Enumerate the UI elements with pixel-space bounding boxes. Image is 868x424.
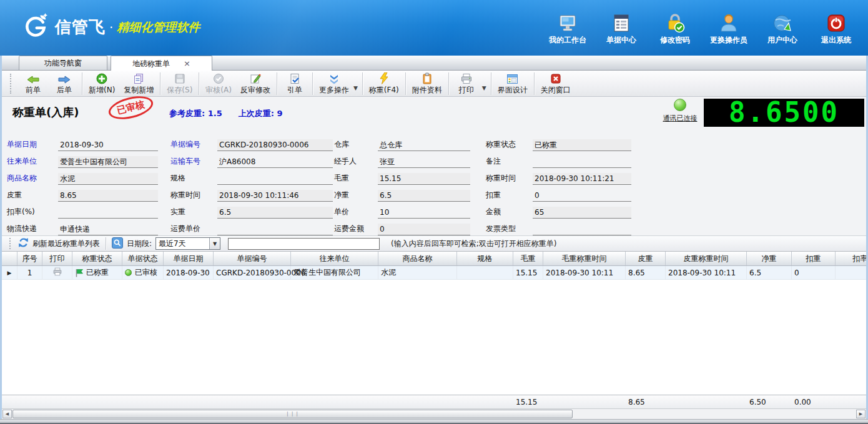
column-header[interactable]: 序号 xyxy=(17,252,42,265)
handler-field[interactable]: 张亚 xyxy=(378,156,470,168)
prev-doc-button[interactable]: 前单 xyxy=(17,71,49,96)
column-header[interactable]: 皮重 xyxy=(626,252,666,265)
toolbar-separator xyxy=(199,72,199,95)
invoice-type-field[interactable] xyxy=(533,224,631,235)
ui-design-button[interactable]: 界面设计 xyxy=(493,71,532,96)
toolbar-separator xyxy=(534,72,535,95)
nav-document-center[interactable]: 单据中心 xyxy=(594,11,648,46)
column-header[interactable]: 打印 xyxy=(42,252,72,265)
weigh-status-field[interactable]: 已称重 xyxy=(533,139,631,151)
grid-summary-row: 15.15 8.65 6.50 0.00 xyxy=(2,395,866,408)
audit-button[interactable]: 审核(A) xyxy=(201,71,236,96)
column-header[interactable] xyxy=(2,252,17,265)
save-icon xyxy=(174,72,185,84)
amount-field[interactable]: 65 xyxy=(533,207,631,219)
cell-tare-time: 2018-09-30 10:11 xyxy=(666,266,747,279)
unaudit-button[interactable]: 反审修改 xyxy=(236,71,275,96)
column-header[interactable]: 规格 xyxy=(457,252,513,265)
scroll-right-icon[interactable]: ▶ xyxy=(856,410,866,418)
column-header[interactable]: 称重状态 xyxy=(72,252,122,265)
column-header[interactable]: 皮重称重时间 xyxy=(666,252,747,265)
weigh-button[interactable]: 称重(F4) xyxy=(365,71,403,96)
more-actions-button[interactable]: 更多操作 xyxy=(315,71,353,96)
edit-pencil-icon xyxy=(250,72,261,84)
add-icon xyxy=(96,72,107,84)
spec-field[interactable] xyxy=(217,173,333,185)
refresh-list-button[interactable]: 刷新最近称重单列表 xyxy=(18,237,100,250)
tab-function-nav[interactable]: 功能导航窗 xyxy=(19,56,107,70)
deduction-rate-field[interactable] xyxy=(58,207,158,219)
partner-field[interactable]: 爱普生中国有限公司 xyxy=(58,156,158,168)
doc-date-field[interactable]: 2018-09-30 xyxy=(58,139,158,151)
attachment-button[interactable]: 附件资料 xyxy=(408,71,446,96)
column-header[interactable]: 商品名称 xyxy=(378,252,457,265)
deduct-weight-field[interactable]: 0 xyxy=(533,190,631,202)
brand-logo-icon xyxy=(21,12,49,42)
gross-weight-field[interactable]: 15.15 xyxy=(378,173,470,185)
green-ball-icon xyxy=(125,269,132,276)
copy-new-button[interactable]: 复制新增 xyxy=(119,71,158,96)
field-label: 经手人 xyxy=(334,156,378,168)
field-label: 扣重 xyxy=(486,190,533,202)
page-title: 称重单(入库) xyxy=(12,105,79,120)
scrollbar-grip: ❘❘❘ xyxy=(285,412,300,417)
column-header[interactable]: 往来单位 xyxy=(291,252,378,265)
column-header[interactable]: 扣重 xyxy=(792,252,836,265)
form-column-3: 仓库总仓库 经手人张亚 毛重15.15 净重6.5 单价10 运费金额0 xyxy=(334,134,470,235)
nav-label: 用户中心 xyxy=(767,36,797,44)
field-label: 单据日期 xyxy=(7,139,58,151)
tare-field[interactable]: 8.65 xyxy=(58,190,158,202)
column-header[interactable]: 单据日期 xyxy=(164,252,214,265)
dropdown-arrow-icon[interactable]: ▼ xyxy=(482,85,486,91)
nav-exit-system[interactable]: 退出系统 xyxy=(809,11,863,46)
product-field[interactable]: 水泥 xyxy=(58,173,158,185)
tare-weigh-time-field[interactable]: 2018-09-30 10:11:46 xyxy=(217,190,333,202)
cell-print[interactable] xyxy=(42,266,72,279)
column-header[interactable]: 毛重称重时间 xyxy=(543,252,626,265)
date-range-select[interactable]: 最近7天 ▼ xyxy=(155,237,220,250)
gross-weigh-time-field[interactable]: 2018-09-30 10:11:21 xyxy=(533,173,631,185)
remark-field[interactable] xyxy=(533,156,631,168)
actual-weight-field[interactable]: 6.5 xyxy=(217,207,333,219)
pull-doc-button[interactable]: 引单 xyxy=(279,71,310,96)
column-header[interactable]: 扣率 xyxy=(836,252,866,265)
logistics-field[interactable]: 申通快递 xyxy=(58,224,158,235)
dropdown-arrow-icon[interactable]: ▼ xyxy=(353,85,358,91)
column-header[interactable]: 单据编号 xyxy=(214,252,291,265)
copy-icon xyxy=(133,72,144,84)
column-header[interactable]: 单据状态 xyxy=(122,252,164,265)
scrollbar-thumb[interactable]: ❘❘❘ xyxy=(12,410,573,418)
field-label: 称重时间 xyxy=(170,190,217,202)
warehouse-field[interactable]: 总仓库 xyxy=(378,139,470,151)
nav-change-password[interactable]: 修改密码 xyxy=(648,11,702,46)
nav-switch-operator[interactable]: 更换操作员 xyxy=(702,11,756,46)
freight-amount-field[interactable]: 0 xyxy=(378,224,470,235)
add-new-button[interactable]: 新增(N) xyxy=(84,71,119,96)
column-header[interactable]: 毛重 xyxy=(513,252,543,265)
tab-close-icon[interactable]: × xyxy=(184,59,190,67)
print-button[interactable]: 打印 xyxy=(451,71,482,96)
column-header[interactable]: 净重 xyxy=(747,252,792,265)
next-doc-button[interactable]: 后单 xyxy=(49,71,80,96)
net-weight-field[interactable]: 6.5 xyxy=(378,190,470,202)
connection-indicator-icon xyxy=(674,99,686,111)
freight-price-field[interactable] xyxy=(217,224,333,235)
scroll-left-icon[interactable]: ◀ xyxy=(2,410,12,418)
combo-dropdown-icon[interactable]: ▼ xyxy=(209,238,220,249)
search-input[interactable] xyxy=(228,238,380,250)
connection-label[interactable]: 通讯已连接 xyxy=(656,114,704,123)
nav-my-workstation[interactable]: 我的工作台 xyxy=(541,11,594,46)
unit-price-field[interactable]: 10 xyxy=(378,207,470,219)
table-row[interactable]: ▶ 1 已称重 已审核 2018-09-30 xyxy=(2,266,866,280)
tab-weighbridge[interactable]: 地磅称重单 × xyxy=(111,56,212,71)
horizontal-scrollbar[interactable]: ◀ ❘❘❘ ▶ xyxy=(2,408,866,419)
nav-user-center[interactable]: 用户中心 xyxy=(756,11,809,46)
doc-no-field[interactable]: CGRKD-20180930-0006 xyxy=(217,139,333,151)
field-label: 金额 xyxy=(486,207,533,219)
truck-no-field[interactable]: 沪A86008 xyxy=(217,156,333,168)
close-window-button[interactable]: 关闭窗口 xyxy=(536,71,575,96)
field-label: 往来单位 xyxy=(7,156,58,168)
magnifier-icon xyxy=(112,237,123,250)
current-row-arrow-icon: ▶ xyxy=(7,270,12,276)
save-button[interactable]: 保存(S) xyxy=(162,71,197,96)
